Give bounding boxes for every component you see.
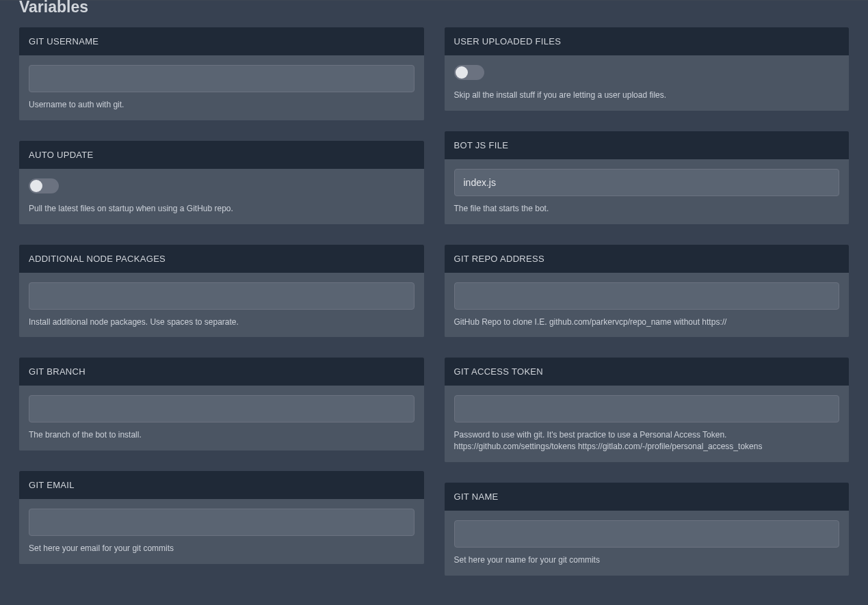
help-text: Pull the latest files on startup when us… <box>29 203 415 215</box>
card-header: GIT NAME <box>445 483 850 511</box>
help-text: The file that starts the bot. <box>454 203 840 215</box>
card-body: Password to use with git. It's best prac… <box>445 386 850 462</box>
card-body: Pull the latest files on startup when us… <box>19 169 424 224</box>
card-body: GitHub Repo to clone I.E. github.com/par… <box>445 273 850 338</box>
help-text: Install additional node packages. Use sp… <box>29 317 415 328</box>
card-header: ADDITIONAL NODE PACKAGES <box>19 245 424 273</box>
bot-js-file-input[interactable] <box>454 169 840 196</box>
card-header: AUTO UPDATE <box>19 141 424 169</box>
help-text: Password to use with git. It's best prac… <box>454 429 840 453</box>
card-header: BOT JS FILE <box>445 131 850 159</box>
page-title: Variables <box>19 0 849 16</box>
toggle-knob <box>30 180 42 192</box>
left-column: GIT USERNAMEUsername to auth with git.AU… <box>19 27 424 576</box>
variable-card-git-username: GIT USERNAMEUsername to auth with git. <box>19 27 424 120</box>
git-username-input[interactable] <box>29 65 415 92</box>
card-header: GIT ACCESS TOKEN <box>445 358 850 386</box>
card-header: GIT USERNAME <box>19 27 424 55</box>
variable-card-git-email: GIT EMAILSet here your email for your gi… <box>19 471 424 564</box>
card-header: GIT BRANCH <box>19 358 424 386</box>
help-text: Set here your name for your git commits <box>454 554 840 566</box>
card-header: GIT REPO ADDRESS <box>445 245 850 273</box>
card-body: The file that starts the bot. <box>445 159 850 224</box>
right-column: USER UPLOADED FILESSkip all the install … <box>445 27 850 576</box>
help-text: Username to auth with git. <box>29 99 415 111</box>
help-text: GitHub Repo to clone I.E. github.com/par… <box>454 317 840 328</box>
card-header: GIT EMAIL <box>19 471 424 499</box>
git-access-token-input[interactable] <box>454 395 840 422</box>
help-text: Set here your email for your git commits <box>29 543 415 554</box>
variable-card-auto-update: AUTO UPDATEPull the latest files on star… <box>19 141 424 224</box>
variables-grid: GIT USERNAMEUsername to auth with git.AU… <box>19 27 849 576</box>
card-body: Set here your email for your git commits <box>19 499 424 564</box>
auto-update-toggle[interactable] <box>29 178 59 193</box>
card-header: USER UPLOADED FILES <box>445 27 850 55</box>
help-text: Skip all the install stuff if you are le… <box>454 90 840 101</box>
card-body: Skip all the install stuff if you are le… <box>445 55 850 111</box>
variable-card-bot-js-file: BOT JS FILEThe file that starts the bot. <box>445 131 850 224</box>
variable-card-git-repo-address: GIT REPO ADDRESSGitHub Repo to clone I.E… <box>445 245 850 338</box>
card-body: Install additional node packages. Use sp… <box>19 273 424 338</box>
help-text: The branch of the bot to install. <box>29 429 415 441</box>
card-body: The branch of the bot to install. <box>19 386 424 451</box>
git-name-input[interactable] <box>454 520 840 548</box>
card-body: Set here your name for your git commits <box>445 511 850 576</box>
variable-card-additional-node-packages: ADDITIONAL NODE PACKAGESInstall addition… <box>19 245 424 338</box>
variable-card-user-uploaded-files: USER UPLOADED FILESSkip all the install … <box>445 27 850 111</box>
variable-card-git-access-token: GIT ACCESS TOKENPassword to use with git… <box>445 358 850 462</box>
variable-card-git-branch: GIT BRANCHThe branch of the bot to insta… <box>19 358 424 451</box>
toggle-knob <box>456 66 468 79</box>
git-email-input[interactable] <box>29 509 415 536</box>
variable-card-git-name: GIT NAMESet here your name for your git … <box>445 483 850 576</box>
card-body: Username to auth with git. <box>19 55 424 120</box>
user-uploaded-files-toggle[interactable] <box>454 65 484 80</box>
git-branch-input[interactable] <box>29 395 415 422</box>
git-repo-address-input[interactable] <box>454 282 840 310</box>
additional-node-packages-input[interactable] <box>29 282 415 310</box>
